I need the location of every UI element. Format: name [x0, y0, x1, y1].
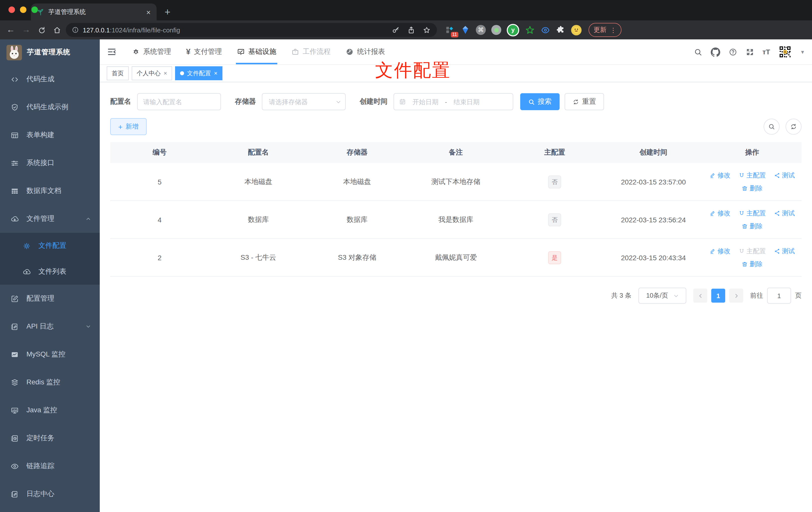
url-bar[interactable]: 127.0.0.1:1024/infra/file/file-config	[66, 23, 437, 37]
delete-button[interactable]: 删除	[742, 260, 763, 268]
calendar-icon	[399, 98, 406, 105]
tab-close-icon[interactable]: ×	[146, 8, 151, 16]
site-info-icon[interactable]	[72, 26, 79, 33]
sidebar-item-api-log[interactable]: API 日志	[0, 312, 100, 340]
reset-button[interactable]: 重置	[564, 93, 604, 110]
config-name-input[interactable]	[137, 93, 221, 110]
grid-icon	[10, 187, 19, 195]
delete-button[interactable]: 删除	[742, 221, 763, 231]
test-button[interactable]: 测试	[774, 209, 795, 218]
traffic-lights	[8, 6, 38, 13]
ext-dot-icon[interactable]	[491, 25, 501, 35]
topnav-payment-mgmt[interactable]: ¥ 支付管理	[179, 39, 229, 64]
ext-emoji-icon[interactable]	[571, 25, 582, 35]
update-chrome-button[interactable]: 更新 ⋮	[588, 23, 621, 37]
edit-button[interactable]: 修改	[709, 246, 730, 255]
forward-icon[interactable]: →	[20, 23, 33, 37]
search-icon[interactable]	[694, 48, 702, 56]
tag-view-file-config[interactable]: 文件配置 ×	[175, 66, 223, 80]
fullscreen-icon[interactable]	[746, 48, 754, 56]
toggle-search-button[interactable]	[764, 119, 780, 134]
gear-icon	[23, 242, 31, 250]
ext-gem-icon[interactable]	[460, 25, 470, 35]
topnav-infrastructure[interactable]: 基础设施	[229, 39, 284, 64]
tag-view-home[interactable]: 首页	[107, 66, 129, 80]
share-icon[interactable]	[407, 26, 415, 34]
goto-page-input[interactable]	[767, 288, 791, 304]
topnav-workflow[interactable]: 工作流程	[284, 39, 338, 64]
sidebar-item-java-monitor[interactable]: Java 监控	[0, 396, 100, 424]
edit-button[interactable]: 修改	[709, 209, 730, 218]
test-button[interactable]: 测试	[774, 246, 795, 255]
delete-button[interactable]: 删除	[742, 184, 763, 193]
close-window-button[interactable]	[8, 6, 15, 13]
col-id: 编号	[110, 148, 209, 157]
edit-button[interactable]: 修改	[709, 171, 730, 180]
avatar-dropdown-caret-icon[interactable]: ▼	[800, 49, 805, 55]
browser-tab[interactable]: 芋道管理系统 ×	[31, 3, 156, 21]
sidebar-item-tracing[interactable]: 链路追踪	[0, 452, 100, 480]
topnav-system-mgmt[interactable]: 系统管理	[125, 39, 179, 64]
sidebar-collapse-icon[interactable]	[107, 47, 117, 57]
sidebar-item-file-mgmt[interactable]: 文件管理	[0, 205, 100, 233]
extension-badge: 11	[451, 32, 458, 37]
sidebar-item-file-list[interactable]: 文件列表	[0, 259, 100, 285]
ext-command-icon[interactable]: ⌘	[476, 25, 486, 35]
help-icon[interactable]	[728, 48, 737, 56]
sidebar-item-redis-monitor[interactable]: Redis 监控	[0, 368, 100, 396]
master-config-button-disabled: 主配置	[738, 246, 766, 255]
test-button[interactable]: 测试	[774, 171, 795, 180]
sidebar-item-form-builder[interactable]: 表单构建	[0, 121, 100, 149]
date-range-picker[interactable]: -	[394, 93, 513, 110]
github-icon[interactable]	[710, 47, 720, 57]
page-1-button[interactable]: 1	[711, 289, 725, 303]
sidebar-item-mysql-monitor[interactable]: MySQL 监控	[0, 340, 100, 368]
ext-puzzle-icon[interactable]	[556, 25, 566, 35]
close-icon[interactable]: ×	[164, 70, 167, 77]
monitor-check-icon	[237, 48, 245, 56]
user-avatar-qr[interactable]	[779, 46, 791, 58]
password-key-icon[interactable]	[392, 26, 400, 34]
ext-blocks-icon[interactable]: 11	[445, 25, 455, 35]
browser-menu-icon[interactable]: ⋮	[610, 26, 616, 34]
goto-label: 前往	[750, 291, 763, 300]
chevron-down-icon	[673, 293, 678, 298]
ext-y-icon[interactable]: y	[507, 24, 519, 36]
storage-select-input[interactable]	[268, 97, 336, 106]
home-icon[interactable]	[50, 23, 64, 37]
sidebar-item-code-gen[interactable]: 代码生成	[0, 65, 100, 93]
tag-view-profile[interactable]: 个人中心 ×	[132, 66, 172, 80]
sidebar-item-system-api[interactable]: 系统接口	[0, 149, 100, 177]
close-icon[interactable]: ×	[214, 70, 218, 77]
storage-select[interactable]	[262, 93, 346, 110]
next-page-button[interactable]	[729, 289, 743, 303]
prev-page-button[interactable]	[693, 289, 707, 303]
font-size-icon[interactable]: ᴛT	[762, 48, 770, 56]
end-date-input[interactable]	[449, 97, 484, 106]
maximize-window-button[interactable]	[31, 6, 38, 13]
back-icon[interactable]: ←	[4, 23, 18, 37]
sidebar-item-db-doc[interactable]: 数据库文档	[0, 177, 100, 205]
ext-eye-icon[interactable]	[540, 25, 550, 35]
start-date-input[interactable]	[408, 97, 443, 106]
master-config-button[interactable]: 主配置	[738, 171, 766, 180]
ext-star-icon[interactable]	[525, 25, 535, 35]
pagination: 共 3 条 10条/页 1 前往 页	[110, 288, 802, 304]
minimize-window-button[interactable]	[20, 6, 26, 13]
add-button[interactable]: + 新增	[110, 118, 147, 135]
sidebar-item-file-config[interactable]: 文件配置	[0, 233, 100, 259]
sidebar-item-log-center[interactable]: 日志中心	[0, 480, 100, 508]
refresh-table-button[interactable]	[786, 119, 802, 134]
new-tab-button[interactable]: +	[165, 7, 170, 17]
bookmark-star-icon[interactable]	[423, 26, 431, 34]
app-logo-row[interactable]: 芋道管理系统	[0, 39, 100, 65]
reload-icon[interactable]	[35, 23, 48, 37]
sidebar-item-scheduled-tasks[interactable]: 定时任务	[0, 424, 100, 452]
schedule-clock-icon	[10, 434, 19, 443]
page-size-select[interactable]: 10条/页	[638, 288, 686, 304]
sidebar-item-code-gen-demo[interactable]: 代码生成示例	[0, 93, 100, 121]
master-config-button[interactable]: 主配置	[738, 209, 766, 218]
sidebar-item-config-mgmt[interactable]: 配置管理	[0, 285, 100, 312]
search-button[interactable]: 搜索	[520, 93, 560, 110]
eye-icon	[10, 462, 19, 470]
